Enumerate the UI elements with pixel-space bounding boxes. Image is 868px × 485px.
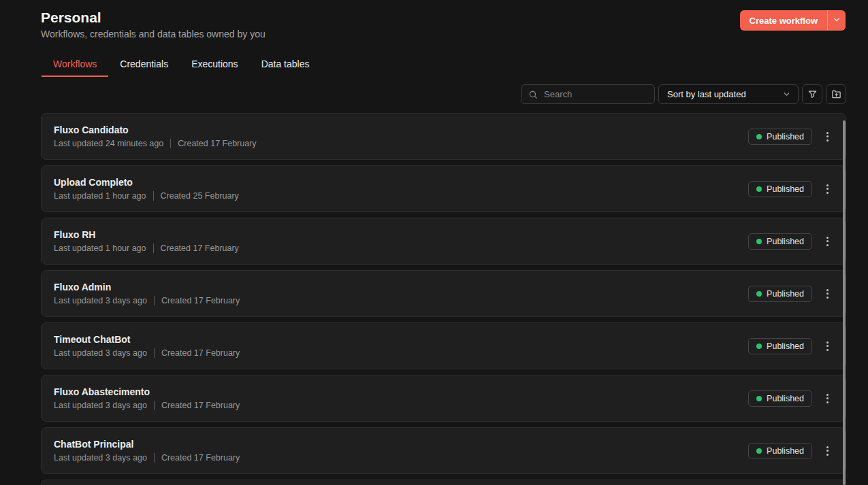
status-label: Published: [767, 289, 804, 299]
meta-divider: [153, 191, 154, 201]
workflow-card[interactable]: Fluxo Abastecimento Last updated 3 days …: [41, 375, 846, 422]
status-badge: Published: [748, 338, 812, 354]
status-dot-icon: [756, 134, 762, 139]
status-label: Published: [767, 237, 804, 246]
search-box: [521, 84, 655, 104]
workflow-menu-button[interactable]: [818, 442, 836, 460]
workflow-created: Created 17 February: [161, 244, 239, 253]
tab-workflows[interactable]: Workflows: [42, 58, 108, 77]
kebab-icon: [826, 341, 829, 344]
workflow-meta: Last updated 1 hour ago Created 17 Febru…: [54, 244, 239, 253]
scrollbar[interactable]: [843, 120, 846, 485]
workflow-info: ChatBot Principal Last updated 3 days ag…: [54, 439, 240, 463]
workflow-info: Timeout ChatBot Last updated 3 days ago …: [54, 334, 240, 358]
workflow-last-updated: Last updated 3 days ago: [54, 348, 147, 358]
folder-plus-icon: [831, 89, 841, 99]
workflow-info: Upload Completo Last updated 1 hour ago …: [54, 177, 239, 201]
workflow-card[interactable]: Fluxo RH Last updated 1 hour ago Created…: [41, 218, 846, 265]
workflow-last-updated: Last updated 3 days ago: [54, 401, 147, 410]
kebab-icon: [826, 237, 829, 239]
workflow-info: Fluxo Admin Last updated 3 days ago Crea…: [54, 282, 240, 305]
workflow-card[interactable]: Upload Completo Last updated 1 hour ago …: [41, 165, 846, 212]
workflow-name: ChatBot Principal: [54, 439, 240, 450]
status-badge: Published: [748, 443, 812, 459]
workflow-last-updated: Last updated 1 hour ago: [54, 244, 146, 253]
workflow-last-updated: Last updated 24 minutes ago: [54, 139, 163, 148]
workflow-card[interactable]: Fluxo Candidato Last updated 24 minutes …: [41, 113, 846, 160]
workflow-name: Timeout ChatBot: [54, 334, 240, 345]
search-icon: [528, 90, 538, 99]
workflow-menu-button[interactable]: [818, 128, 836, 146]
status-dot-icon: [756, 396, 762, 401]
workflow-meta: Last updated 3 days ago Created 17 Febru…: [54, 296, 240, 305]
search-input[interactable]: [544, 89, 647, 99]
workflow-card-partial[interactable]: [41, 480, 846, 485]
status-dot-icon: [756, 344, 762, 349]
tab-data-tables[interactable]: Data tables: [250, 58, 321, 77]
workflow-actions: Published: [748, 233, 836, 250]
create-workflow-split-button: Create workflow: [740, 10, 846, 31]
meta-divider: [154, 453, 155, 463]
workflow-list: Fluxo Candidato Last updated 24 minutes …: [41, 113, 846, 485]
workflow-name: Fluxo Abastecimento: [54, 386, 240, 397]
workflow-meta: Last updated 3 days ago Created 17 Febru…: [54, 453, 240, 463]
kebab-icon: [826, 394, 829, 396]
status-label: Published: [767, 341, 804, 351]
workflow-menu-button[interactable]: [818, 180, 836, 198]
workflow-created: Created 17 February: [161, 401, 240, 410]
tab-credentials[interactable]: Credentials: [108, 58, 180, 77]
status-badge: Published: [748, 233, 812, 250]
workflow-last-updated: Last updated 1 hour ago: [54, 191, 146, 201]
toolbar: Sort by last updated: [521, 84, 846, 104]
workflow-info: Fluxo RH Last updated 1 hour ago Created…: [54, 229, 239, 253]
workflow-meta: Last updated 3 days ago Created 17 Febru…: [54, 401, 240, 410]
status-label: Published: [767, 184, 804, 194]
workflow-created: Created 17 February: [161, 453, 240, 463]
kebab-icon: [826, 184, 829, 186]
workflow-meta: Last updated 1 hour ago Created 25 Febru…: [54, 191, 239, 201]
meta-divider: [170, 139, 171, 148]
workflow-name: Fluxo Candidato: [54, 124, 257, 135]
create-workflow-button[interactable]: Create workflow: [740, 10, 827, 31]
kebab-icon: [826, 132, 829, 134]
status-badge: Published: [748, 286, 812, 302]
chevron-down-icon: [833, 16, 841, 26]
status-label: Published: [767, 446, 804, 456]
workflow-menu-button[interactable]: [818, 285, 836, 303]
workflow-menu-button[interactable]: [818, 233, 836, 250]
workflow-name: Fluxo Admin: [54, 282, 240, 292]
workflow-meta: Last updated 3 days ago Created 17 Febru…: [54, 348, 240, 358]
workflow-name: Upload Completo: [54, 177, 239, 188]
workflow-card[interactable]: ChatBot Principal Last updated 3 days ag…: [41, 427, 846, 474]
workflow-menu-button[interactable]: [818, 390, 836, 407]
workflow-actions: Published: [748, 285, 836, 303]
workflow-actions: Published: [748, 390, 836, 407]
page-title: Personal: [41, 10, 101, 26]
meta-divider: [154, 401, 155, 410]
status-badge: Published: [748, 129, 812, 145]
chevron-down-icon: [782, 90, 791, 99]
workflow-created: Created 17 February: [161, 296, 240, 305]
workflow-menu-button[interactable]: [818, 337, 836, 355]
workflow-info: Fluxo Candidato Last updated 24 minutes …: [54, 124, 257, 148]
sort-dropdown[interactable]: Sort by last updated: [658, 84, 799, 104]
new-folder-button[interactable]: [826, 84, 846, 104]
meta-divider: [154, 296, 155, 305]
workflow-created: Created 17 February: [178, 139, 256, 148]
workflow-actions: Published: [748, 337, 836, 355]
workflow-name: Fluxo RH: [54, 229, 239, 240]
workflow-actions: Published: [748, 442, 836, 460]
filter-button[interactable]: [802, 84, 822, 104]
tab-bar: WorkflowsCredentialsExecutionsData table…: [42, 58, 321, 77]
status-badge: Published: [748, 390, 812, 407]
funnel-icon: [807, 89, 818, 99]
status-badge: Published: [748, 181, 812, 197]
workflow-card[interactable]: Fluxo Admin Last updated 3 days ago Crea…: [41, 270, 846, 317]
status-dot-icon: [756, 448, 762, 454]
tab-executions[interactable]: Executions: [180, 58, 249, 77]
workflow-card[interactable]: Timeout ChatBot Last updated 3 days ago …: [41, 322, 846, 369]
kebab-icon: [826, 446, 829, 448]
create-workflow-dropdown-button[interactable]: [827, 10, 846, 31]
workflow-actions: Published: [748, 180, 836, 198]
status-label: Published: [767, 394, 804, 403]
